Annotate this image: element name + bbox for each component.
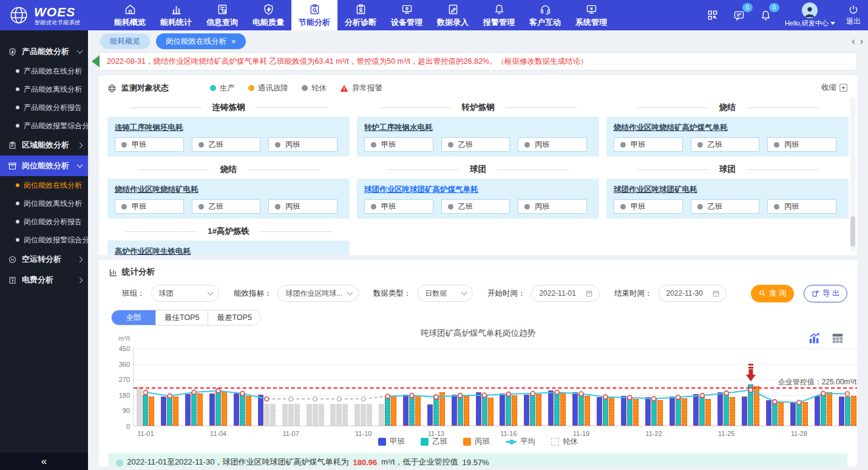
nav-item-energy-saving-analysis[interactable]: 节能分析 <box>291 0 337 30</box>
nav-item-alarm-management[interactable]: 报警管理 <box>476 0 522 30</box>
panel-scrollbar[interactable] <box>850 97 855 251</box>
tab-label: 能耗概览 <box>110 36 140 47</box>
notifications-bell-icon[interactable]: 0 <box>758 7 774 23</box>
shift-button-jia[interactable]: 甲班 <box>364 199 433 214</box>
logout-label: 退出 <box>846 16 861 27</box>
shift-button-bing[interactable]: 丙班 <box>518 137 587 152</box>
indicator-link-selected[interactable]: 球团作业区吨球团矿高炉煤气单耗 <box>364 185 478 195</box>
logo-title: WOES <box>34 5 80 18</box>
group-select[interactable]: 球团 <box>151 285 219 302</box>
indicator-link[interactable]: 连铸工序吨钢坯电耗 <box>115 123 183 133</box>
shift-button-yi[interactable]: 乙班 <box>691 137 760 152</box>
sidebar-item-post-online-analysis[interactable]: 岗位能效在线分析 <box>0 176 88 194</box>
collapse-panel-button[interactable]: 收缩 <box>821 83 847 93</box>
shift-button-bing[interactable]: 丙班 <box>767 199 836 214</box>
shift-button-bing[interactable]: 丙班 <box>268 137 337 152</box>
group-title: 1#高炉炼铁 <box>208 226 249 237</box>
close-icon[interactable]: × <box>231 38 236 46</box>
shift-button-yi[interactable]: 乙班 <box>691 199 760 214</box>
monitor-card-blast-furnace-iron-power: 高炉作业区吨生铁电耗 <box>107 240 350 255</box>
status-dot <box>620 204 626 209</box>
indicator-select[interactable]: 球团作业区吨球... <box>277 285 358 302</box>
pause-circle-icon <box>8 255 17 264</box>
sidebar-group-idle-run-analysis[interactable]: 空运转分析 <box>0 249 88 270</box>
shift-button-yi[interactable]: 乙班 <box>441 137 510 152</box>
nav-item-power-quality[interactable]: 电能质量 <box>245 0 291 30</box>
start-date-input[interactable]: 2022-11-01 <box>531 285 599 302</box>
nav-item-analysis-diagnosis[interactable]: 分析诊断 <box>337 0 384 30</box>
tab-post-efficiency-online[interactable]: 岗位能效在线分析 × <box>156 33 246 49</box>
legend-shift-jia[interactable]: 甲班 <box>378 437 405 447</box>
tab-scroll-left-icon[interactable]: ‹ <box>852 36 855 47</box>
indicator-link[interactable]: 转炉工序吨钢水电耗 <box>364 123 433 133</box>
shift-button-bing[interactable]: 丙班 <box>268 199 337 214</box>
shift-button-jia[interactable]: 甲班 <box>364 137 433 152</box>
indicator-link[interactable]: 烧结作业区吨烧结矿电耗 <box>115 185 198 195</box>
nav-item-info-query[interactable]: 信息查询 <box>199 0 245 30</box>
sidebar-group-electricity-fee-analysis[interactable]: 电费分析 <box>0 270 88 290</box>
shift-button-yi[interactable]: 乙班 <box>192 199 261 214</box>
user-menu[interactable]: Hello,研发中心 <box>785 2 835 28</box>
tab-scroll-right-icon[interactable]: › <box>860 36 863 47</box>
nav-item-data-entry[interactable]: 数据录入 <box>430 0 476 30</box>
indicator-link[interactable]: 高炉作业区吨生铁电耗 <box>115 247 191 255</box>
legend-shift-bing[interactable]: 丙班 <box>463 437 490 447</box>
sidebar-item-post-alarm-analysis[interactable]: 岗位能效报警综合分析 <box>0 231 88 249</box>
datatype-select[interactable]: 日数据 <box>417 285 473 302</box>
end-date-input[interactable]: 2022-11-30 <box>658 285 726 302</box>
nav-label: 报警管理 <box>483 17 515 28</box>
sidebar-collapse-button[interactable]: « <box>0 452 88 470</box>
filter-toolbar: 班组： 球团 能效指标： 球团作业区吨球... 数据类型： 日数据 开始时间： … <box>109 284 847 302</box>
legend-shift-yi[interactable]: 乙班 <box>421 437 447 447</box>
sidebar-item-post-analysis-report[interactable]: 岗位能效分析报告 <box>0 213 88 231</box>
sidebar-item-product-online-analysis[interactable]: 产品能效在线分析 <box>0 62 88 80</box>
qr-code-icon[interactable] <box>705 7 721 23</box>
shift-button-jia[interactable]: 甲班 <box>614 137 683 152</box>
shift-button-jia[interactable]: 甲班 <box>115 137 184 152</box>
scrollbar-thumb[interactable] <box>850 216 855 247</box>
export-button[interactable]: 导 出 <box>804 285 847 302</box>
sidebar-item-product-offline-analysis[interactable]: 产品能效离线分析 <box>0 80 88 98</box>
legend-rest: 轮休 <box>302 83 327 94</box>
top5-segmented-control: 全部 最佳TOP5 最差TOP5 <box>111 310 261 325</box>
shift-button-bing[interactable]: 丙班 <box>767 137 836 152</box>
monitor-status-panel: 监测对象状态 生产 通讯故障 轮休 异常报警 收缩 连铸炼钢 连铸工序吨钢坯电耗 <box>99 75 857 255</box>
sidebar-group-region-efficiency[interactable]: 区域能效分析 <box>0 135 88 155</box>
bullet-icon <box>16 183 19 187</box>
nav-item-energy-overview[interactable]: 能耗概览 <box>107 0 153 30</box>
status-dot <box>275 204 280 209</box>
nav-item-energy-statistics[interactable]: 能耗统计 <box>153 0 199 30</box>
messages-badge: 0 <box>742 3 753 12</box>
sidebar-group-post-efficiency[interactable]: 岗位能效分析 <box>0 155 88 176</box>
shift-button-jia[interactable]: 甲班 <box>115 199 184 214</box>
messages-icon[interactable]: 0 <box>731 7 747 23</box>
sidebar-item-product-alarm-analysis[interactable]: 产品能效报警综合分析 <box>0 117 88 135</box>
nav-item-customer-interaction[interactable]: 客户互动 <box>522 0 568 30</box>
indicator-link[interactable]: 球团作业区吨球团矿电耗 <box>614 185 697 195</box>
nav-item-system-management[interactable]: 系统管理 <box>568 0 614 30</box>
segment-worst-top5[interactable]: 最差TOP5 <box>208 310 260 325</box>
legend-rest[interactable]: 轮休 <box>551 437 578 447</box>
logout-button[interactable]: 退出 <box>846 4 861 27</box>
segment-all[interactable]: 全部 <box>112 310 155 325</box>
alarm-arrow-icon[interactable] <box>745 363 756 383</box>
sidebar-item-label: 产品能效分析报告 <box>24 103 82 113</box>
nav-label: 能耗概览 <box>114 17 146 28</box>
shift-button-yi[interactable]: 乙班 <box>441 199 510 214</box>
sidebar-item-post-offline-analysis[interactable]: 岗位能效离线分析 <box>0 194 88 213</box>
search-icon <box>759 290 766 297</box>
nav-label: 客户互动 <box>529 17 561 28</box>
sidebar-group-product-efficiency[interactable]: 产品能效分析 <box>0 41 88 62</box>
shift-button-yi[interactable]: 乙班 <box>192 137 261 152</box>
segment-best-top5[interactable]: 最佳TOP5 <box>155 310 208 325</box>
shift-button-jia[interactable]: 甲班 <box>614 199 683 214</box>
calendar-icon <box>712 290 720 298</box>
tab-energy-overview[interactable]: 能耗概览 <box>100 33 150 49</box>
nav-item-equipment-management[interactable]: 设备管理 <box>384 0 430 30</box>
query-button[interactable]: 查 询 <box>751 285 795 302</box>
shift-button-bing[interactable]: 丙班 <box>518 199 587 214</box>
legend-average[interactable]: 平均 <box>506 437 535 447</box>
status-dot <box>121 142 127 148</box>
sidebar-item-product-analysis-report[interactable]: 产品能效分析报告 <box>0 98 88 117</box>
indicator-link[interactable]: 烧结作业区吨烧结矿高炉煤气单耗 <box>614 123 728 133</box>
